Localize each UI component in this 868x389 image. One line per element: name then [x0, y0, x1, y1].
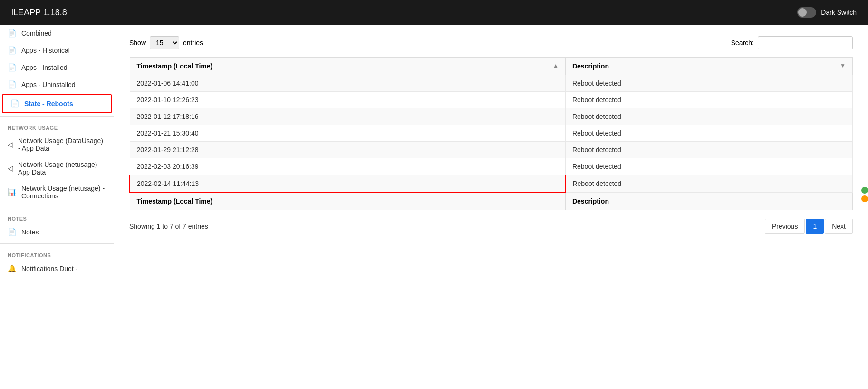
table-row: 2022-01-21 15:30:40Reboot detected	[130, 125, 853, 142]
page-1-button[interactable]: 1	[806, 219, 824, 234]
pagination-buttons: Previous 1 Next	[765, 219, 853, 234]
sort-icon-description: ▼	[840, 62, 846, 69]
sidebar-divider-3	[0, 243, 114, 244]
sidebar-item-label: Apps - Uninstalled	[21, 81, 76, 88]
col-footer-description: Description	[565, 192, 852, 210]
chart-icon: 📊	[8, 188, 17, 196]
sidebar-divider-2	[0, 207, 114, 207]
table-row: 2022-01-12 17:18:16Reboot detected	[130, 108, 853, 125]
sidebar-item-label: Apps - Installed	[21, 64, 68, 71]
data-table: Timestamp (Local Time) ▲ Description ▼ 2…	[129, 57, 853, 210]
sidebar-item-notes[interactable]: 📄 Notes	[0, 224, 114, 241]
search-input[interactable]	[758, 36, 853, 49]
sidebar-item-label: State - Reboots	[24, 100, 73, 107]
document-icon: 📄	[8, 228, 17, 236]
cell-description: Reboot detected	[565, 92, 852, 108]
sidebar-item-network-netusage-app[interactable]: ◁ Network Usage (netusage) - App Data	[0, 156, 114, 180]
document-icon: 📄	[8, 46, 17, 55]
cell-description: Reboot detected	[565, 125, 852, 142]
pagination-info: Showing 1 to 7 of 7 entries	[129, 223, 208, 230]
send-icon: ◁	[8, 164, 13, 173]
document-icon: 📄	[8, 80, 17, 89]
scroll-indicators	[861, 187, 868, 202]
sidebar-item-notifications-duet[interactable]: 🔔 Notifications Duet -	[0, 260, 114, 277]
document-icon: 📄	[10, 99, 19, 108]
pagination-area: Showing 1 to 7 of 7 entries Previous 1 N…	[129, 219, 853, 234]
sidebar-item-apps-installed[interactable]: 📄 Apps - Installed	[0, 59, 114, 76]
previous-button[interactable]: Previous	[765, 219, 805, 234]
table-row: 2022-01-10 12:26:23Reboot detected	[130, 92, 853, 108]
dark-mode-toggle[interactable]	[797, 7, 816, 18]
entries-select[interactable]: 15 10 25 50 100	[150, 36, 179, 49]
app-title: iLEAPP 1.18.8	[11, 8, 67, 18]
toggle-knob	[798, 8, 807, 17]
sort-icon-timestamp: ▲	[553, 62, 559, 69]
sidebar-item-label: Network Usage (netusage) - Connections	[21, 185, 106, 200]
main-layout: 📄 Combined 📄 Apps - Historical 📄 Apps - …	[0, 25, 868, 389]
col-footer-timestamp: Timestamp (Local Time)	[130, 192, 565, 210]
scroll-dot-orange	[861, 195, 868, 202]
table-row: 2022-02-03 20:16:39Reboot detected	[130, 158, 853, 175]
table-row: 2022-02-14 11:44:13Reboot detected	[130, 175, 853, 192]
next-button[interactable]: Next	[825, 219, 853, 234]
table-body: 2022-01-06 14:41:00Reboot detected2022-0…	[130, 75, 853, 193]
sidebar-item-label: Network Usage (netusage) - App Data	[18, 161, 106, 176]
sidebar: 📄 Combined 📄 Apps - Historical 📄 Apps - …	[0, 25, 114, 389]
sidebar-item-network-netusage-conn[interactable]: 📊 Network Usage (netusage) - Connections	[0, 180, 114, 204]
sidebar-item-label: Combined	[21, 29, 52, 37]
sidebar-item-combined[interactable]: 📄 Combined	[0, 25, 114, 42]
table-header-row: Timestamp (Local Time) ▲ Description ▼	[130, 58, 853, 75]
cell-description: Reboot detected	[565, 158, 852, 175]
dark-switch-label: Dark Switch	[821, 9, 857, 16]
send-icon: ◁	[8, 140, 13, 149]
sidebar-item-state-reboots[interactable]: 📄 State - Reboots	[2, 94, 112, 113]
table-row: 2022-01-06 14:41:00Reboot detected	[130, 75, 853, 92]
cell-description: Reboot detected	[565, 108, 852, 125]
cell-timestamp: 2022-01-29 21:12:28	[130, 142, 565, 158]
scroll-dot-green	[861, 187, 868, 194]
show-entries: Show 15 10 25 50 100 entries	[129, 36, 203, 49]
sidebar-item-label: Apps - Historical	[21, 47, 70, 54]
cell-timestamp: 2022-02-14 11:44:13	[130, 175, 565, 192]
document-icon: 📄	[8, 29, 17, 38]
cell-timestamp: 2022-01-06 14:41:00	[130, 75, 565, 92]
col-header-description[interactable]: Description ▼	[565, 58, 852, 75]
cell-description: Reboot detected	[565, 75, 852, 92]
bell-icon: 🔔	[8, 264, 17, 273]
search-area: Search:	[731, 36, 853, 49]
dark-switch-area: Dark Switch	[797, 7, 857, 18]
sidebar-divider	[0, 116, 114, 117]
document-icon: 📄	[8, 63, 17, 72]
cell-timestamp: 2022-01-12 17:18:16	[130, 108, 565, 125]
cell-timestamp: 2022-02-03 20:16:39	[130, 158, 565, 175]
cell-description: Reboot detected	[565, 142, 852, 158]
sidebar-item-apps-uninstalled[interactable]: 📄 Apps - Uninstalled	[0, 76, 114, 93]
main-content: Show 15 10 25 50 100 entries Search:	[114, 25, 868, 389]
col-header-timestamp[interactable]: Timestamp (Local Time) ▲	[130, 58, 565, 75]
cell-description: Reboot detected	[565, 175, 852, 192]
table-row: 2022-01-29 21:12:28Reboot detected	[130, 142, 853, 158]
sidebar-item-label: Notifications Duet -	[21, 265, 77, 272]
entries-label: entries	[183, 39, 203, 47]
sidebar-item-network-datausage-app[interactable]: ◁ Network Usage (DataUsage) - App Data	[0, 133, 114, 156]
section-label-network-usage: NETWORK USAGE	[0, 119, 114, 133]
section-label-notes: NOTES	[0, 210, 114, 224]
cell-timestamp: 2022-01-21 15:30:40	[130, 125, 565, 142]
sidebar-item-label: Network Usage (DataUsage) - App Data	[18, 137, 106, 152]
cell-timestamp: 2022-01-10 12:26:23	[130, 92, 565, 108]
search-label: Search:	[731, 39, 754, 47]
sidebar-item-label: Notes	[21, 228, 39, 236]
sidebar-item-apps-historical[interactable]: 📄 Apps - Historical	[0, 42, 114, 59]
app-header: iLEAPP 1.18.8 Dark Switch	[0, 0, 868, 25]
table-controls: Show 15 10 25 50 100 entries Search:	[129, 36, 853, 49]
show-label: Show	[129, 39, 146, 47]
section-label-notifications: NOTIFICATIONS	[0, 247, 114, 260]
table-footer-row: Timestamp (Local Time) Description	[130, 192, 853, 210]
